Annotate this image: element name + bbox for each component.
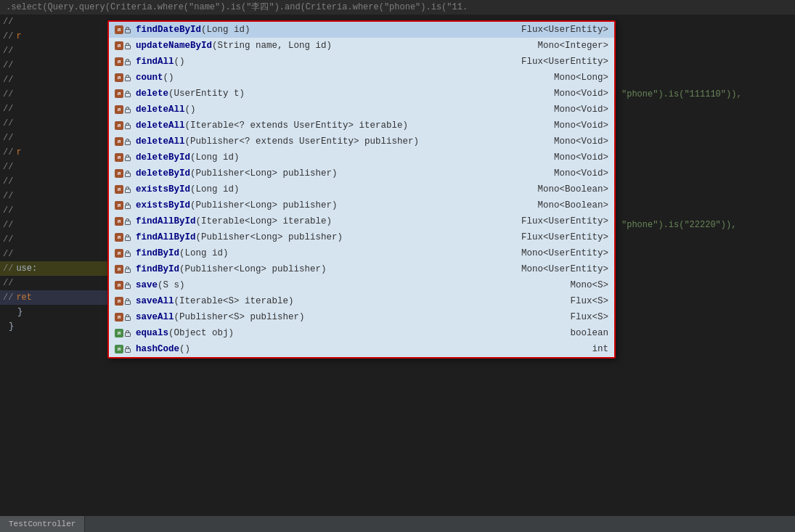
item-name-12: findAllById bbox=[136, 214, 196, 229]
autocomplete-item-6[interactable]: m deleteAll (Iterable<? extends UserEnti… bbox=[109, 118, 614, 134]
item-params-16: (S s) bbox=[158, 278, 185, 292]
item-params-5: () bbox=[185, 102, 196, 117]
item-name-16: save bbox=[136, 278, 158, 292]
autocomplete-item-9[interactable]: m deleteById (Publisher<Long> publisher)… bbox=[109, 165, 614, 181]
item-params-7: (Publisher<? extends UserEntity> publish… bbox=[185, 134, 420, 149]
autocomplete-item-7[interactable]: m deleteAll (Publisher<? extends UserEnt… bbox=[109, 134, 614, 150]
item-name-17: saveAll bbox=[136, 294, 174, 308]
item-return-16: Mono<S> bbox=[555, 278, 608, 292]
item-return-7: Mono<Void> bbox=[539, 134, 608, 149]
autocomplete-dropdown[interactable]: m findDateById (Long id) Flux<UserEntity… bbox=[107, 20, 616, 359]
item-params-1: (String name, Long id) bbox=[212, 38, 332, 53]
item-params-10: (Long id) bbox=[190, 182, 240, 197]
item-name-5: deleteAll bbox=[136, 102, 185, 117]
item-params-9: (Publisher<Long> publisher) bbox=[190, 166, 338, 181]
item-name-0: findDateById bbox=[136, 22, 201, 37]
item-return-3: Mono<Long> bbox=[539, 70, 608, 85]
item-name-18: saveAll bbox=[136, 310, 174, 324]
autocomplete-item-15[interactable]: m findById (Publisher<Long> publisher) M… bbox=[109, 261, 614, 277]
item-params-3: () bbox=[163, 70, 174, 85]
item-params-11: (Publisher<Long> publisher) bbox=[190, 198, 338, 213]
item-params-0: (Long id) bbox=[201, 22, 250, 37]
item-return-4: Mono<Void> bbox=[539, 86, 608, 101]
item-params-6: (Iterable<? extends UserEntity> iterable… bbox=[185, 118, 409, 133]
tab-label: TestController bbox=[9, 517, 76, 531]
right-text-2: "phone").is("22220")), bbox=[621, 220, 736, 230]
autocomplete-item-5[interactable]: m deleteAll () Mono<Void> bbox=[109, 102, 614, 118]
left-gutter: // //r // // // // // // // //r // // //… bbox=[0, 15, 107, 516]
item-params-20: () bbox=[179, 342, 190, 356]
autocomplete-item-14[interactable]: m findById (Long id) Mono<UserEntity> bbox=[109, 245, 614, 261]
item-params-19: (Object obj) bbox=[168, 326, 234, 340]
item-name-13: findAllById bbox=[136, 230, 196, 245]
item-params-12: (Iterable<Long> iterable) bbox=[196, 214, 333, 229]
item-return-9: Mono<Void> bbox=[539, 166, 608, 181]
item-params-2: () bbox=[174, 54, 185, 69]
item-name-4: delete bbox=[136, 86, 168, 101]
item-return-11: Mono<Boolean> bbox=[523, 198, 608, 213]
item-params-17: (Iterable<S> iterable) bbox=[174, 294, 294, 308]
autocomplete-item-16[interactable]: m save (S s) Mono<S> bbox=[109, 277, 614, 293]
autocomplete-item-8[interactable]: m deleteById (Long id) Mono<Void> bbox=[109, 150, 614, 165]
autocomplete-item-17[interactable]: m saveAll (Iterable<S> iterable) Flux<S> bbox=[109, 293, 614, 309]
autocomplete-item-20[interactable]: m hashCode () int bbox=[109, 341, 614, 357]
autocomplete-item-2[interactable]: m findAll () Flux<UserEntity> bbox=[109, 54, 614, 70]
item-return-20: int bbox=[577, 342, 608, 356]
autocomplete-item-11[interactable]: m existsById (Publisher<Long> publisher)… bbox=[109, 197, 614, 213]
item-return-6: Mono<Void> bbox=[539, 118, 608, 133]
item-params-8: (Long id) bbox=[190, 150, 240, 165]
top-code-line: .select(Query.query(Criteria.where("name… bbox=[6, 0, 468, 15]
autocomplete-item-3[interactable]: m count () Mono<Long> bbox=[109, 70, 614, 86]
item-name-15: findById bbox=[136, 262, 179, 277]
item-return-17: Flux<S> bbox=[555, 294, 608, 308]
item-return-19: boolean bbox=[555, 326, 608, 340]
item-name-8: deleteById bbox=[136, 150, 190, 165]
autocomplete-item-4[interactable]: m delete (UserEntity t) Mono<Void> bbox=[109, 86, 614, 102]
item-params-14: (Long id) bbox=[179, 246, 229, 261]
item-return-0: Flux<UserEntity> bbox=[507, 22, 608, 37]
autocomplete-item-18[interactable]: m saveAll (Publisher<S> publisher) Flux<… bbox=[109, 309, 614, 325]
bottom-tab-bar: TestController bbox=[0, 516, 795, 532]
item-name-19: equals bbox=[136, 326, 168, 340]
item-name-6: deleteAll bbox=[136, 118, 185, 133]
item-return-8: Mono<Void> bbox=[539, 150, 608, 165]
right-code-area: "phone").is("111110")), "phone").is("222… bbox=[616, 15, 795, 516]
item-return-1: Mono<Integer> bbox=[523, 38, 608, 53]
code-editor: .select(Query.query(Criteria.where("name… bbox=[0, 0, 795, 532]
item-name-7: deleteAll bbox=[136, 134, 185, 149]
item-params-18: (Publisher<S> publisher) bbox=[174, 310, 305, 324]
tab-test-controller[interactable]: TestController bbox=[0, 516, 85, 532]
autocomplete-item-13[interactable]: m findAllById (Publisher<Long> publisher… bbox=[109, 229, 614, 245]
autocomplete-item-19[interactable]: m equals (Object obj) boolean bbox=[109, 325, 614, 341]
autocomplete-item-0[interactable]: m findDateById (Long id) Flux<UserEntity… bbox=[109, 22, 614, 38]
item-params-13: (Publisher<Long> publisher) bbox=[196, 230, 343, 245]
item-name-10: existsById bbox=[136, 182, 190, 197]
item-return-5: Mono<Void> bbox=[539, 102, 608, 117]
item-name-9: deleteById bbox=[136, 166, 190, 181]
item-name-11: existsById bbox=[136, 198, 190, 213]
right-text-1: "phone").is("111110")), bbox=[621, 89, 742, 99]
item-return-14: Mono<UserEntity> bbox=[507, 246, 608, 261]
item-return-10: Mono<Boolean> bbox=[523, 182, 608, 197]
item-name-2: findAll bbox=[136, 54, 174, 69]
item-name-20: hashCode bbox=[136, 342, 179, 356]
item-return-15: Mono<UserEntity> bbox=[507, 262, 608, 277]
item-params-4: (UserEntity t) bbox=[168, 86, 245, 101]
item-return-2: Flux<UserEntity> bbox=[507, 54, 608, 69]
item-return-18: Flux<S> bbox=[555, 310, 608, 324]
item-params-15: (Publisher<Long> publisher) bbox=[179, 262, 327, 277]
autocomplete-item-1[interactable]: m updateNameById (String name, Long id) … bbox=[109, 38, 614, 54]
item-name-3: count bbox=[136, 70, 163, 85]
autocomplete-item-10[interactable]: m existsById (Long id) Mono<Boolean> bbox=[109, 181, 614, 197]
item-return-12: Flux<UserEntity> bbox=[507, 214, 608, 229]
item-name-14: findById bbox=[136, 246, 179, 261]
item-name-1: updateNameById bbox=[136, 38, 212, 53]
autocomplete-item-12[interactable]: m findAllById (Iterable<Long> iterable) … bbox=[109, 213, 614, 229]
item-return-13: Flux<UserEntity> bbox=[507, 230, 608, 245]
